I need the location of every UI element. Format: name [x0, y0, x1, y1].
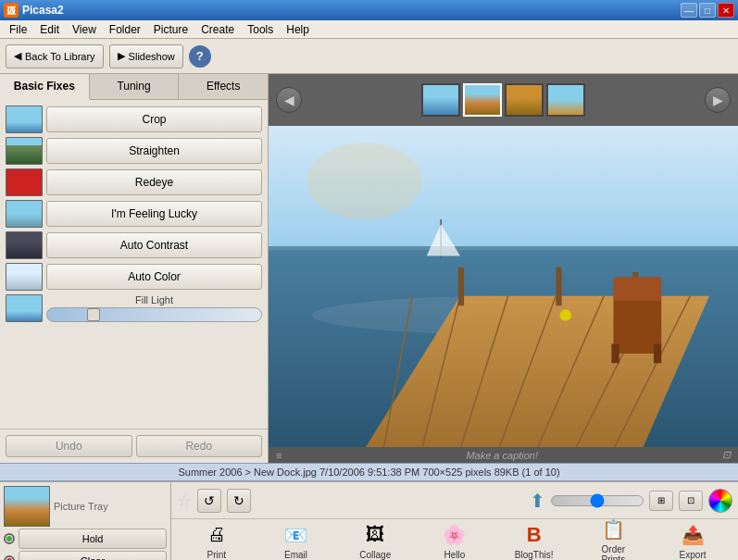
back-arrow-icon: ◀	[14, 50, 21, 62]
left-panel: Basic Fixes Tuning Effects Crop Straight…	[0, 74, 269, 463]
crop-row: Crop	[6, 106, 262, 133]
close-button[interactable]: ✕	[718, 3, 734, 18]
star-button[interactable]: ☆	[177, 491, 192, 511]
auto-contrast-row: Auto Contrast	[6, 231, 262, 259]
menu-edit[interactable]: Edit	[34, 22, 65, 37]
svg-rect-18	[613, 277, 661, 301]
email-label: Email	[284, 550, 307, 560]
minimize-button[interactable]: —	[681, 3, 697, 18]
svg-rect-20	[654, 344, 661, 364]
caption-text[interactable]: Make a caption!	[466, 450, 538, 461]
status-bar: Summer 2006 > New Dock.jpg 7/10/2006 9:5…	[0, 463, 738, 481]
order-prints-icon: 📋	[598, 516, 628, 542]
tabs: Basic Fixes Tuning Effects	[0, 74, 268, 100]
collage-icon: 🖼	[360, 522, 390, 548]
export-action[interactable]: 📤 Export	[668, 522, 719, 560]
menu-folder[interactable]: Folder	[104, 22, 146, 37]
maximize-button[interactable]: □	[699, 3, 716, 18]
picture-tray: Picture Tray	[4, 486, 167, 527]
hold-button[interactable]: Hold	[19, 529, 167, 549]
menu-create[interactable]: Create	[195, 22, 240, 37]
print-action[interactable]: 🖨 Print	[191, 522, 242, 560]
app-icon: 🖼	[4, 3, 19, 18]
auto-contrast-thumbnail	[6, 231, 43, 259]
email-action[interactable]: 📧 Email	[270, 522, 321, 560]
collage-action[interactable]: 🖼 Collage	[350, 522, 401, 560]
feeling-lucky-button[interactable]: I'm Feeling Lucky	[46, 201, 262, 227]
clear-button[interactable]: Clear	[19, 551, 167, 560]
zoom-controls	[551, 495, 644, 506]
blogthis-action[interactable]: B BlogThis!	[508, 522, 559, 560]
main-toolbar: ◀ Back To Library ▶ Slideshow ?	[0, 39, 738, 74]
blogthis-icon: B	[519, 522, 549, 548]
photo-nav: ◀ ▶	[269, 74, 738, 126]
order-prints-action[interactable]: 📋 Order Prints	[588, 516, 639, 560]
help-button[interactable]: ?	[189, 45, 211, 68]
export-label: Export	[680, 550, 707, 560]
photo-area: ◀ ▶	[269, 74, 738, 463]
nav-thumb-1[interactable]	[421, 83, 460, 117]
tab-tuning[interactable]: Tuning	[90, 74, 180, 99]
redeye-thumbnail	[6, 168, 43, 196]
straighten-button[interactable]: Straighten	[46, 138, 262, 164]
email-icon: 📧	[281, 522, 311, 548]
menu-file[interactable]: File	[4, 22, 32, 37]
nav-thumb-2[interactable]	[463, 83, 502, 117]
crop-button[interactable]: Crop	[46, 106, 262, 132]
svg-point-1	[306, 143, 421, 219]
bottom-toolbar: Picture Tray Hold Clear Label ☆ ↺ ↻ ⬆ ⊞ …	[0, 481, 738, 560]
undo-button[interactable]: Undo	[6, 435, 132, 457]
redeye-button[interactable]: Redeye	[46, 169, 262, 195]
slideshow-button[interactable]: ▶ Slideshow	[109, 44, 183, 68]
collage-label: Collage	[359, 550, 391, 560]
redo-button[interactable]: Redo	[136, 435, 263, 457]
hold-radio[interactable]	[4, 533, 15, 544]
menu-view[interactable]: View	[67, 22, 102, 37]
clear-radio[interactable]	[4, 555, 15, 560]
auto-color-button[interactable]: Auto Color	[46, 264, 262, 290]
rotate-right-button[interactable]: ↻	[227, 489, 251, 513]
slideshow-label: Slideshow	[129, 51, 175, 62]
hello-action[interactable]: 🌸 Hello	[429, 522, 480, 560]
bottom-right-panel: ☆ ↺ ↻ ⬆ ⊞ ⊡ 🖨 Print 📧 Email 🖼 Collage	[171, 482, 738, 560]
print-icon: 🖨	[202, 522, 231, 548]
fill-light-thumbnail	[6, 294, 43, 322]
menu-bar: File Edit View Folder Picture Create Too…	[0, 20, 738, 39]
clear-row: Clear	[4, 551, 167, 560]
tab-effects[interactable]: Effects	[179, 74, 268, 99]
bottom-actions: 🖨 Print 📧 Email 🖼 Collage 🌸 Hello B Blog…	[171, 519, 738, 560]
status-text: Summer 2006 > New Dock.jpg 7/10/2006 9:5…	[178, 467, 559, 478]
nav-thumb-4[interactable]	[546, 83, 585, 117]
back-label: Back To Library	[25, 51, 95, 62]
title-bar: 🖼 Picasa2 — □ ✕	[0, 0, 738, 20]
auto-contrast-button[interactable]: Auto Contrast	[46, 232, 262, 258]
straighten-row: Straighten	[6, 137, 262, 165]
grid-view-button[interactable]: ⊞	[649, 491, 673, 511]
fill-light-slider[interactable]	[46, 307, 262, 322]
app-title: Picasa2	[22, 4, 64, 17]
back-to-library-button[interactable]: ◀ Back To Library	[6, 44, 104, 68]
svg-rect-14	[556, 268, 561, 305]
straighten-thumbnail	[6, 137, 43, 165]
caption-left-icon: ≡	[276, 450, 281, 461]
next-photo-button[interactable]: ▶	[705, 87, 731, 113]
export-icon: 📤	[678, 522, 707, 548]
thumbnail-strip	[307, 83, 699, 117]
photo-svg	[269, 126, 738, 447]
feeling-lucky-thumbnail	[6, 200, 43, 228]
menu-tools[interactable]: Tools	[242, 22, 279, 37]
menu-help[interactable]: Help	[281, 22, 315, 37]
undo-redo-bar: Undo Redo	[0, 429, 268, 463]
zoom-slider[interactable]	[551, 495, 644, 506]
tray-thumbnail	[4, 486, 50, 527]
nav-thumb-3[interactable]	[505, 83, 544, 117]
svg-point-16	[560, 309, 571, 320]
prev-photo-button[interactable]: ◀	[276, 87, 302, 113]
tab-basic-fixes[interactable]: Basic Fixes	[0, 74, 90, 100]
single-view-button[interactable]: ⊡	[679, 491, 703, 511]
rotate-left-button[interactable]: ↺	[197, 489, 221, 513]
order-prints-label: Order Prints	[602, 544, 626, 560]
color-wheel-button[interactable]	[708, 489, 732, 513]
menu-picture[interactable]: Picture	[148, 22, 194, 37]
svg-rect-13	[458, 268, 464, 305]
